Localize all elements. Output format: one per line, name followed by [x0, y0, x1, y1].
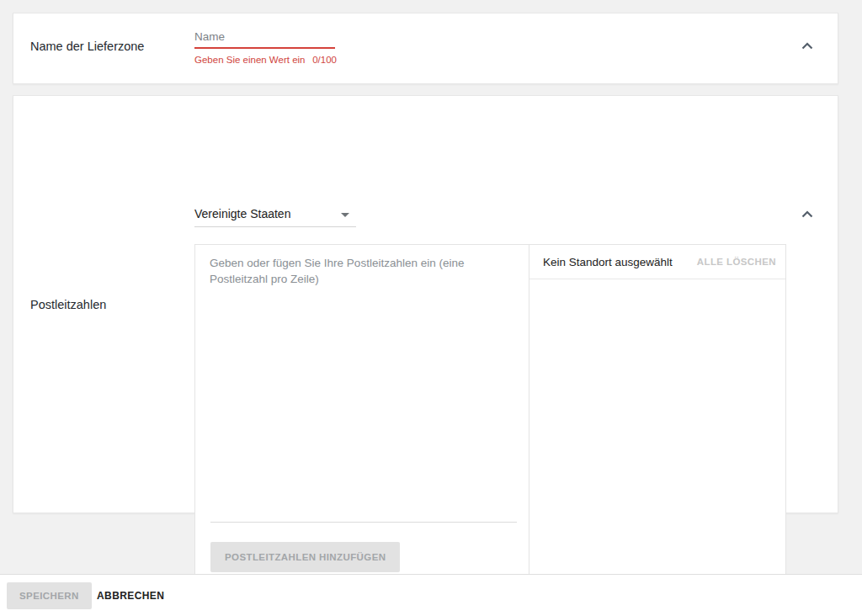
selection-status-text: Kein Standort ausgewählt	[543, 256, 673, 268]
country-select-value: Vereinigte Staaten	[194, 207, 290, 220]
chevron-up-icon	[801, 208, 813, 220]
collapse-postal-section-button[interactable]	[797, 204, 817, 224]
delivery-zone-name-card: Name der Lieferzone Geben Sie einen Wert…	[13, 13, 838, 84]
name-error-row: Geben Sie einen Wert ein 0/100	[194, 55, 337, 65]
postal-codes-textarea[interactable]	[195, 245, 529, 521]
cancel-button[interactable]: ABBRECHEN	[93, 582, 168, 609]
postal-codes-editor: POSTLEITZAHLEN HINZUFÜGEN Kein Standort …	[194, 244, 786, 579]
postal-codes-card: Postleitzahlen Vereinigte Staaten POSTLE…	[13, 95, 838, 513]
textarea-underline	[210, 522, 517, 523]
caret-down-icon	[341, 213, 349, 217]
name-section-label: Name der Lieferzone	[30, 40, 144, 53]
zone-name-input[interactable]	[194, 26, 335, 49]
char-counter: 0/100	[312, 55, 337, 65]
selected-locations-pane: Kein Standort ausgewählt ALLE LÖSCHEN	[529, 245, 785, 578]
save-button[interactable]: SPEICHERN	[7, 582, 92, 609]
collapse-name-section-button[interactable]	[797, 35, 817, 56]
selected-locations-header: Kein Standort ausgewählt ALLE LÖSCHEN	[529, 245, 785, 279]
country-select[interactable]: Vereinigte Staaten	[194, 204, 356, 227]
clear-all-button[interactable]: ALLE LÖSCHEN	[697, 257, 776, 267]
action-bar: SPEICHERN ABBRECHEN	[0, 574, 862, 616]
postal-codes-entry-pane: POSTLEITZAHLEN HINZUFÜGEN	[195, 245, 529, 578]
name-error-text: Geben Sie einen Wert ein	[194, 55, 305, 65]
add-postal-codes-button[interactable]: POSTLEITZAHLEN HINZUFÜGEN	[210, 542, 400, 572]
chevron-up-icon	[801, 40, 813, 52]
postal-section-label: Postleitzahlen	[30, 298, 106, 311]
